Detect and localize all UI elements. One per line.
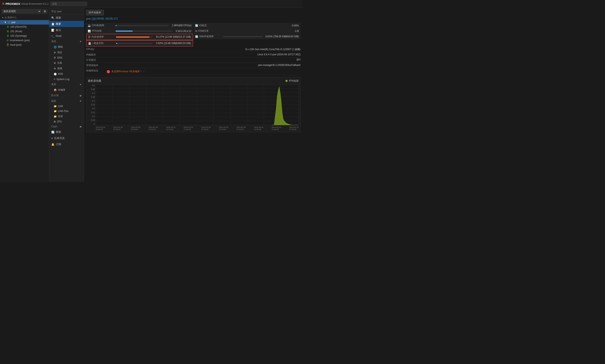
repo-warn-arrow: ›	[143, 70, 144, 73]
nav-item-syslog[interactable]: ≡ System Log	[49, 77, 84, 82]
mem-progress-bar	[116, 37, 149, 38]
nav-item-storage-repo[interactable]: 📦 存储库	[49, 87, 84, 93]
sidebar-item-pve[interactable]: ▼ 🖧 pve	[0, 20, 49, 25]
load-row: 📊 平均负荷 0.30,0.26,0.12	[86, 28, 193, 34]
sidebar-item-vm-101[interactable]: 🖥 101 (iKuai)	[0, 29, 49, 34]
page-title: pve (运行时间: 00:05:17)	[86, 17, 301, 21]
view-selector[interactable]: 服务器视图	[2, 9, 41, 13]
nav-item-time[interactable]: 🕐 时间	[49, 71, 84, 77]
nav-shell-label: Shell	[55, 34, 61, 38]
disk-progress-container	[116, 43, 153, 44]
nav-item-lvm[interactable]: 📁 LVM	[49, 104, 84, 109]
sidebar-item-network[interactable]: ⊞ localnetwork (pve)	[0, 38, 49, 43]
cpu-row: 💻 CPU利用率 1.96%的8 CPU(s)	[86, 23, 193, 28]
firewall-section-label: 防火墙	[51, 94, 59, 97]
cpu-label: 💻 CPU利用率	[88, 24, 112, 27]
sys-info-cpu: CPU(s) 8 x 12th Gen Intel(R) Core(TM) i3…	[86, 47, 301, 52]
nav-network-label: 网络	[58, 45, 63, 49]
gear-button[interactable]: ⚙	[42, 9, 47, 13]
storage-label: local (pve)	[10, 43, 22, 46]
nav-item-dns[interactable]: ⚙ DNS	[49, 55, 84, 60]
vm-icon-102: 🖥	[7, 34, 9, 37]
nav-item-summary[interactable]: 📋 概要	[49, 21, 84, 27]
nav-item-cert[interactable]: ⚙ 凭证	[49, 50, 84, 55]
nav-storage-repo-label: 存储库	[58, 88, 65, 92]
load-progress-bar	[116, 30, 133, 32]
network-nav-icon: 🌐	[54, 46, 57, 49]
chart-body: 0.5 0.45 0.4 0.35 0.3 0.25 0.2 0.15 0.1 …	[88, 84, 299, 130]
sys-boot-key: 引导模式	[86, 58, 107, 62]
vm-icon-101: 🖥	[7, 30, 9, 33]
repo-warning[interactable]: 🔴 未启用Proxmox VE存储库！ ›	[107, 69, 301, 74]
y-axis: 0.5 0.45 0.4 0.35 0.3 0.25 0.2 0.15 0.1 …	[88, 84, 96, 125]
firewall-section-arrow: ▶	[80, 94, 82, 97]
nav-item-lvm-thin[interactable]: 📁 LVM-Thin	[49, 109, 84, 114]
nav-subscribe-label: 订阅	[56, 143, 61, 146]
nav-item-search[interactable]: 🔍 搜索	[49, 15, 84, 21]
update-section-arrow: ▼	[79, 83, 82, 86]
nav-item-dir[interactable]: 📁 目录	[49, 114, 84, 119]
breadcrumb: 节点 'pve'	[49, 9, 84, 15]
legend-label: 平均负荷	[289, 79, 299, 83]
nav-item-options[interactable]: ⚙ 选项	[49, 66, 84, 71]
warning-icon: 🔴	[107, 70, 110, 73]
zfs-icon: ⊞	[54, 120, 56, 123]
nav-section-update[interactable]: 更新 ▼	[49, 82, 84, 87]
notes-icon: 📝	[51, 29, 55, 32]
nav-item-notes[interactable]: 📝 备注	[49, 27, 84, 33]
nav-syslog-label: System Log	[56, 78, 69, 81]
sys-kernel-val: Linux 6.8.4-2-pve (2024-04-10T17:36Z)	[107, 53, 301, 56]
vm-label-102: 102 (Synology)	[10, 34, 27, 37]
nav-section-system[interactable]: 系统 ▼	[49, 39, 84, 44]
subscribe-icon: 🔔	[51, 143, 55, 146]
logo-proxmox-text: PROXMOX	[6, 2, 20, 6]
mem-label: 🗄 内存使用率	[88, 35, 113, 39]
logo: ✕ PROXMOX Virtual Environment 8.2.2	[2, 2, 49, 6]
vm-label-101: 101 (iKuai)	[10, 30, 22, 33]
nav-item-host[interactable]: ⚙ 主机	[49, 60, 84, 66]
legend-dot	[286, 80, 288, 82]
disk-section-label: 磁盘	[51, 99, 56, 103]
sys-boot-val: EFI	[107, 58, 301, 62]
packages-version-button[interactable]: 软件包版本	[86, 10, 104, 15]
sys-info-boot: 引导模式 EFI	[86, 58, 301, 63]
swap-value: 0.01% (768.00 KiB的8.00 GiB)	[265, 35, 299, 38]
chart-canvas: 2024-05-3020:46:00 2024-05-3020:52:00 20…	[96, 84, 299, 130]
vm-icon-100: 🖥	[7, 25, 9, 28]
sidebar-item-vm-102[interactable]: 🖥 102 (Synology)	[0, 34, 49, 38]
nav-item-subscribe[interactable]: 🔔 订阅	[49, 141, 84, 147]
load-value: 0.30,0.26,0.12	[176, 30, 192, 33]
sys-info-kernel: 内核版本 Linux 6.8.4-2-pve (2024-04-10T17:36…	[86, 52, 301, 58]
disk-value: 3.62% (16.66 GiB的460.03 GiB)	[156, 41, 191, 45]
disk-label: 💾 / 硬盘空间	[88, 41, 113, 45]
nav-item-replicate[interactable]: 🔄 复制	[49, 129, 84, 135]
disk-section-arrow: ▼	[79, 100, 82, 103]
tree-datacenter-header[interactable]: ▼ ⊟ 数据中心	[0, 15, 49, 20]
nav-dir-label: 目录	[58, 115, 63, 118]
dir-icon: 📁	[54, 115, 57, 118]
sys-kernel-key: 内核版本	[86, 53, 107, 56]
nav-item-task-history[interactable]: ≡ 任务历史	[49, 135, 84, 141]
cpu-progress-bar	[116, 25, 117, 26]
node-icon: 🖧	[8, 21, 10, 24]
nav-replicate-label: 复制	[56, 130, 61, 134]
storage-icon: 🗄	[7, 43, 9, 46]
cpu-icon: 💻	[88, 24, 91, 27]
ksm-label: ⚙ KSM共享	[195, 29, 220, 33]
nav-item-network[interactable]: 🌐 网络	[49, 44, 84, 50]
sys-info-repo: 存储库状态 🔴 未启用Proxmox VE存储库！ ›	[86, 68, 301, 75]
sidebar-item-storage[interactable]: 🗄 local (pve)	[0, 43, 49, 47]
collapse-icon: ▼	[2, 16, 4, 19]
cert-icon: ⚙	[54, 51, 56, 54]
options-icon: ⚙	[54, 67, 56, 70]
nav-summary-label: 概要	[56, 22, 61, 26]
vm-label-100: 100 (iStoreOS)	[10, 25, 27, 28]
nav-section-firewall[interactable]: 防火墙 ▶	[49, 93, 84, 98]
nav-item-shell[interactable]: >_ Shell	[49, 33, 84, 39]
nav-item-zfs[interactable]: ⊞ ZFS	[49, 119, 84, 124]
nav-section-ceph[interactable]: Ceph ▶	[49, 124, 84, 129]
sidebar-item-vm-100[interactable]: 🖥 100 (iStoreOS)	[0, 25, 49, 29]
nav-section-disk[interactable]: 磁盘 ▼	[49, 98, 84, 104]
chart-header: 服务器负载 平均负荷	[88, 79, 299, 83]
search-input[interactable]	[50, 2, 87, 6]
